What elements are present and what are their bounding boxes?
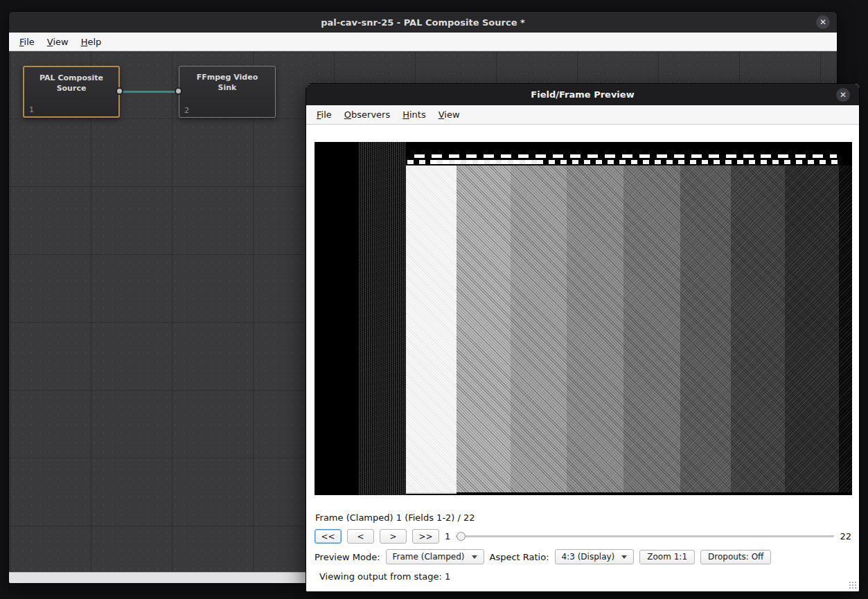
video-white-bar [406, 166, 457, 492]
node-title: PAL Composite Source [24, 73, 118, 94]
node-index: 1 [29, 105, 34, 114]
first-frame-button[interactable]: << [315, 529, 342, 544]
output-port-icon[interactable] [116, 87, 123, 95]
frame-slider[interactable] [456, 529, 834, 544]
zoom-1-1-button[interactable]: Zoom 1:1 [639, 550, 695, 564]
menu-file[interactable]: File [310, 107, 338, 123]
node-connection-wire[interactable] [120, 91, 179, 93]
preview-controls-row: Preview Mode: Frame (Clamped) Aspect Rat… [315, 548, 851, 565]
close-icon[interactable]: ✕ [836, 88, 850, 102]
menu-view[interactable]: View [41, 34, 75, 50]
close-icon[interactable]: ✕ [816, 15, 830, 29]
aspect-ratio-label: Aspect Ratio: [490, 552, 549, 562]
video-gray-bars [457, 166, 852, 492]
resize-grip-icon[interactable] [849, 581, 857, 589]
slider-track[interactable] [456, 535, 834, 537]
node-ffmpeg-video-sink[interactable]: FFmpeg Video Sink 2 [179, 66, 276, 118]
dialog-body: Frame (Clamped) 1 (Fields 1-2) / 22 << <… [306, 125, 859, 591]
dialog-status-text: Viewing output from stage: 1 [319, 571, 450, 582]
dialog-menubar: File Observers Hints View [306, 105, 859, 125]
video-bottom-marker [406, 492, 457, 494]
dropouts-toggle-button[interactable]: Dropouts: Off [700, 550, 771, 564]
menu-view[interactable]: View [432, 107, 466, 123]
dialog-titlebar[interactable]: Field/Frame Preview ✕ [306, 84, 859, 105]
video-sync-dashes-top [414, 154, 838, 158]
menu-help[interactable]: Help [75, 34, 108, 50]
video-noise-column [359, 142, 406, 495]
menu-file[interactable]: File [13, 34, 41, 50]
chevron-down-icon [472, 555, 477, 559]
slider-min-label: 1 [445, 531, 450, 542]
slider-max-label: 22 [840, 531, 851, 542]
node-pal-composite-source[interactable]: PAL Composite Source 1 [23, 66, 120, 118]
next-frame-button[interactable]: > [380, 529, 407, 544]
video-preview [315, 142, 852, 495]
previous-frame-button[interactable]: < [347, 529, 374, 544]
menu-hints[interactable]: Hints [396, 107, 432, 123]
main-window-title: pal-cav-snr-25 - PAL Composite Source * [321, 17, 525, 28]
main-menubar: File View Help [9, 33, 837, 51]
last-frame-button[interactable]: >> [412, 529, 439, 544]
slider-handle[interactable] [457, 532, 466, 541]
chevron-down-icon [621, 555, 627, 559]
aspect-ratio-dropdown[interactable]: 4:3 (Display) [555, 549, 635, 564]
menu-observers[interactable]: Observers [338, 107, 396, 123]
field-frame-preview-dialog: Field/Frame Preview ✕ File Observers Hin… [305, 83, 860, 592]
node-title: FFmpeg Video Sink [179, 73, 275, 93]
video-sync-dash-long [430, 160, 538, 164]
preview-mode-label: Preview Mode: [315, 552, 380, 562]
node-index: 2 [184, 106, 189, 115]
main-titlebar[interactable]: pal-cav-snr-25 - PAL Composite Source * … [9, 12, 837, 33]
input-port-icon[interactable] [175, 87, 182, 95]
preview-mode-value: Frame (Clamped) [393, 552, 465, 562]
preview-mode-dropdown[interactable]: Frame (Clamped) [386, 549, 484, 564]
frame-navigation-row: << < > >> 1 22 [315, 528, 851, 544]
dialog-title: Field/Frame Preview [531, 89, 634, 100]
aspect-ratio-value: 4:3 (Display) [562, 552, 615, 562]
frame-info-text: Frame (Clamped) 1 (Fields 1-2) / 22 [315, 512, 475, 523]
